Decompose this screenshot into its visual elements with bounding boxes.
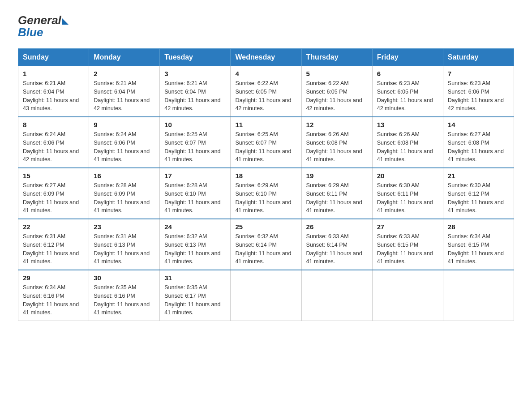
- day-info: Sunrise: 6:29 AM Sunset: 6:10 PM Dayligh…: [235, 181, 296, 215]
- day-info: Sunrise: 6:32 AM Sunset: 6:14 PM Dayligh…: [235, 232, 296, 266]
- day-info: Sunrise: 6:35 AM Sunset: 6:16 PM Dayligh…: [94, 283, 155, 317]
- day-info: Sunrise: 6:35 AM Sunset: 6:17 PM Dayligh…: [164, 283, 226, 317]
- day-number: 11: [235, 121, 296, 128]
- day-number: 25: [235, 223, 296, 231]
- day-number: 30: [94, 274, 155, 282]
- day-info: Sunrise: 6:24 AM Sunset: 6:06 PM Dayligh…: [94, 130, 155, 164]
- day-number: 15: [23, 172, 84, 180]
- calendar-cell: 26 Sunrise: 6:33 AM Sunset: 6:14 PM Dayl…: [301, 219, 372, 270]
- day-number: 31: [164, 274, 226, 282]
- day-info: Sunrise: 6:33 AM Sunset: 6:15 PM Dayligh…: [377, 232, 438, 266]
- day-info: Sunrise: 6:34 AM Sunset: 6:15 PM Dayligh…: [448, 232, 509, 266]
- calendar-cell: 6 Sunrise: 6:23 AM Sunset: 6:05 PM Dayli…: [372, 66, 443, 117]
- calendar-cell: [301, 270, 372, 321]
- calendar-cell: 10 Sunrise: 6:25 AM Sunset: 6:07 PM Dayl…: [160, 117, 231, 168]
- day-number: 28: [448, 223, 509, 231]
- day-number: 14: [448, 121, 509, 128]
- calendar-cell: 8 Sunrise: 6:24 AM Sunset: 6:06 PM Dayli…: [18, 117, 89, 168]
- day-number: 13: [377, 121, 438, 128]
- calendar-cell: 29 Sunrise: 6:34 AM Sunset: 6:16 PM Dayl…: [18, 270, 89, 321]
- calendar-cell: 13 Sunrise: 6:26 AM Sunset: 6:08 PM Dayl…: [372, 117, 443, 168]
- day-info: Sunrise: 6:29 AM Sunset: 6:11 PM Dayligh…: [306, 181, 368, 215]
- day-number: 26: [306, 223, 368, 231]
- calendar-cell: 31 Sunrise: 6:35 AM Sunset: 6:17 PM Dayl…: [160, 270, 231, 321]
- day-info: Sunrise: 6:34 AM Sunset: 6:16 PM Dayligh…: [23, 283, 84, 317]
- calendar-cell: [231, 270, 301, 321]
- weekday-header-tuesday: Tuesday: [160, 49, 231, 66]
- day-info: Sunrise: 6:25 AM Sunset: 6:07 PM Dayligh…: [235, 130, 296, 164]
- weekday-header-saturday: Saturday: [443, 49, 514, 66]
- weekday-header-friday: Friday: [372, 49, 443, 66]
- calendar-cell: 15 Sunrise: 6:27 AM Sunset: 6:09 PM Dayl…: [18, 168, 89, 219]
- day-number: 17: [164, 172, 226, 180]
- weekday-header-thursday: Thursday: [301, 49, 372, 66]
- day-number: 10: [164, 121, 226, 128]
- day-number: 2: [94, 70, 155, 77]
- page-header: General Blue: [18, 13, 514, 39]
- calendar-week-row: 1 Sunrise: 6:21 AM Sunset: 6:04 PM Dayli…: [18, 66, 514, 117]
- day-number: 3: [164, 70, 226, 77]
- day-info: Sunrise: 6:21 AM Sunset: 6:04 PM Dayligh…: [23, 79, 84, 113]
- day-info: Sunrise: 6:30 AM Sunset: 6:12 PM Dayligh…: [448, 181, 509, 215]
- calendar-cell: 16 Sunrise: 6:28 AM Sunset: 6:09 PM Dayl…: [89, 168, 160, 219]
- calendar-cell: [443, 270, 514, 321]
- calendar-cell: 7 Sunrise: 6:23 AM Sunset: 6:06 PM Dayli…: [443, 66, 514, 117]
- day-info: Sunrise: 6:28 AM Sunset: 6:10 PM Dayligh…: [164, 181, 226, 215]
- day-number: 23: [94, 223, 155, 231]
- day-info: Sunrise: 6:25 AM Sunset: 6:07 PM Dayligh…: [164, 130, 226, 164]
- calendar-cell: 5 Sunrise: 6:22 AM Sunset: 6:05 PM Dayli…: [301, 66, 372, 117]
- day-number: 20: [377, 172, 438, 180]
- calendar-cell: 23 Sunrise: 6:31 AM Sunset: 6:13 PM Dayl…: [89, 219, 160, 270]
- day-number: 8: [23, 121, 84, 128]
- day-info: Sunrise: 6:22 AM Sunset: 6:05 PM Dayligh…: [306, 79, 368, 113]
- weekday-header-sunday: Sunday: [18, 49, 89, 66]
- day-info: Sunrise: 6:26 AM Sunset: 6:08 PM Dayligh…: [377, 130, 438, 164]
- day-info: Sunrise: 6:31 AM Sunset: 6:13 PM Dayligh…: [94, 232, 155, 266]
- day-number: 4: [235, 70, 296, 77]
- day-number: 19: [306, 172, 368, 180]
- day-number: 12: [306, 121, 368, 128]
- calendar-cell: 18 Sunrise: 6:29 AM Sunset: 6:10 PM Dayl…: [231, 168, 301, 219]
- calendar-cell: 20 Sunrise: 6:30 AM Sunset: 6:11 PM Dayl…: [372, 168, 443, 219]
- day-info: Sunrise: 6:30 AM Sunset: 6:11 PM Dayligh…: [377, 181, 438, 215]
- day-info: Sunrise: 6:21 AM Sunset: 6:04 PM Dayligh…: [164, 79, 226, 113]
- day-number: 6: [377, 70, 438, 77]
- weekday-header-row: SundayMondayTuesdayWednesdayThursdayFrid…: [18, 49, 514, 66]
- calendar-cell: 25 Sunrise: 6:32 AM Sunset: 6:14 PM Dayl…: [231, 219, 301, 270]
- calendar-cell: 3 Sunrise: 6:21 AM Sunset: 6:04 PM Dayli…: [160, 66, 231, 117]
- calendar-cell: 4 Sunrise: 6:22 AM Sunset: 6:05 PM Dayli…: [231, 66, 301, 117]
- day-info: Sunrise: 6:31 AM Sunset: 6:12 PM Dayligh…: [23, 232, 84, 266]
- day-info: Sunrise: 6:28 AM Sunset: 6:09 PM Dayligh…: [94, 181, 155, 215]
- day-number: 27: [377, 223, 438, 231]
- calendar-week-row: 15 Sunrise: 6:27 AM Sunset: 6:09 PM Dayl…: [18, 168, 514, 219]
- day-number: 9: [94, 121, 155, 128]
- day-number: 7: [448, 70, 509, 77]
- calendar-cell: 21 Sunrise: 6:30 AM Sunset: 6:12 PM Dayl…: [443, 168, 514, 219]
- calendar-cell: 28 Sunrise: 6:34 AM Sunset: 6:15 PM Dayl…: [443, 219, 514, 270]
- day-info: Sunrise: 6:24 AM Sunset: 6:06 PM Dayligh…: [23, 130, 84, 164]
- day-info: Sunrise: 6:22 AM Sunset: 6:05 PM Dayligh…: [235, 79, 296, 113]
- calendar-cell: 2 Sunrise: 6:21 AM Sunset: 6:04 PM Dayli…: [89, 66, 160, 117]
- calendar-cell: 11 Sunrise: 6:25 AM Sunset: 6:07 PM Dayl…: [231, 117, 301, 168]
- day-number: 29: [23, 274, 84, 282]
- calendar-cell: [372, 270, 443, 321]
- calendar-week-row: 22 Sunrise: 6:31 AM Sunset: 6:12 PM Dayl…: [18, 219, 514, 270]
- day-number: 1: [23, 70, 84, 77]
- day-number: 22: [23, 223, 84, 231]
- calendar-cell: 24 Sunrise: 6:32 AM Sunset: 6:13 PM Dayl…: [160, 219, 231, 270]
- day-number: 18: [235, 172, 296, 180]
- logo: General Blue: [18, 13, 69, 39]
- day-info: Sunrise: 6:33 AM Sunset: 6:14 PM Dayligh…: [306, 232, 368, 266]
- weekday-header-monday: Monday: [89, 49, 160, 66]
- calendar-cell: 19 Sunrise: 6:29 AM Sunset: 6:11 PM Dayl…: [301, 168, 372, 219]
- calendar-table: SundayMondayTuesdayWednesdayThursdayFrid…: [18, 48, 514, 321]
- logo-blue-text: Blue: [18, 26, 43, 39]
- calendar-cell: 9 Sunrise: 6:24 AM Sunset: 6:06 PM Dayli…: [89, 117, 160, 168]
- day-info: Sunrise: 6:32 AM Sunset: 6:13 PM Dayligh…: [164, 232, 226, 266]
- day-number: 5: [306, 70, 368, 77]
- calendar-cell: 30 Sunrise: 6:35 AM Sunset: 6:16 PM Dayl…: [89, 270, 160, 321]
- logo-triangle-icon: [62, 18, 69, 25]
- day-number: 16: [94, 172, 155, 180]
- calendar-week-row: 29 Sunrise: 6:34 AM Sunset: 6:16 PM Dayl…: [18, 270, 514, 321]
- calendar-cell: 14 Sunrise: 6:27 AM Sunset: 6:08 PM Dayl…: [443, 117, 514, 168]
